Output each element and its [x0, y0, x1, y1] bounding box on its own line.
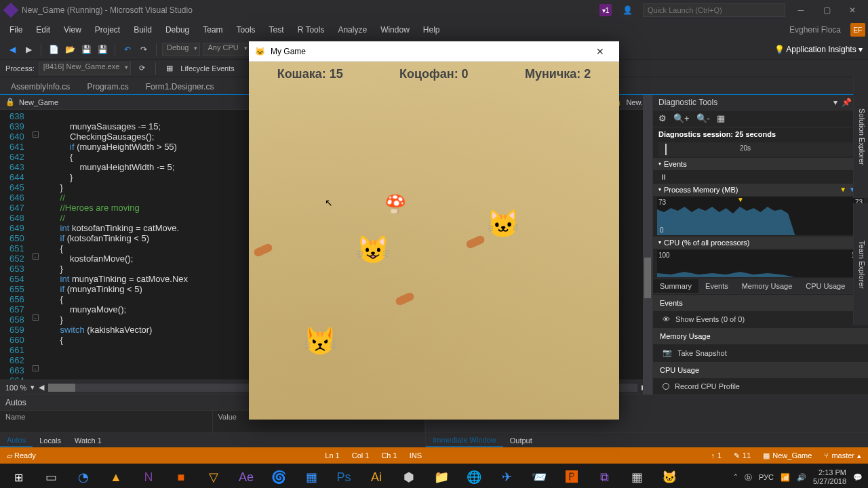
navigate-back-icon[interactable]: ◀ [5, 43, 19, 56]
menu-build[interactable]: Build [127, 22, 159, 37]
menu-file[interactable]: File [3, 22, 29, 37]
maximize-button[interactable]: ▢ [816, 2, 837, 18]
quick-launch-input[interactable] [643, 3, 785, 17]
start-button[interactable]: ⊞ [3, 464, 34, 488]
menu-rtools[interactable]: R Tools [291, 22, 332, 37]
taskbar-game[interactable]: 🐱 [654, 464, 685, 488]
record-cpu-link[interactable]: Record CPU Profile [675, 382, 740, 390]
menu-edit[interactable]: Edit [29, 22, 57, 37]
signed-in-user[interactable]: Evgheni Floca [784, 25, 846, 35]
menu-view[interactable]: View [57, 22, 88, 37]
tab-immediate[interactable]: Immediate Window [426, 434, 503, 447]
diag-timeline[interactable]: 20s [658, 142, 863, 157]
status-project[interactable]: ▦ New_Game [763, 451, 812, 460]
tray-clock[interactable]: 2:13 PM5/27/2018 [813, 468, 846, 486]
account-icon[interactable]: 👤 [617, 2, 637, 18]
taskbar-vs[interactable]: ⧉ [589, 464, 620, 488]
tab-watch1[interactable]: Watch 1 [68, 434, 108, 447]
taskbar-app[interactable]: ■ [165, 464, 197, 488]
save-icon[interactable]: 💾 [79, 43, 93, 56]
panel-pin-icon[interactable]: 📌 [842, 98, 852, 107]
taskbar-app[interactable]: Ai [361, 464, 392, 488]
memory-chart[interactable]: 7373 00 ▼ [657, 197, 864, 235]
col-name[interactable]: Name [0, 411, 213, 432]
taskbar-app[interactable]: 🌀 [263, 464, 294, 488]
game-canvas[interactable]: Кошака: 15 Коцофан: 0 Муничка: 2 ↖ 🍄 😺 🐱… [249, 62, 619, 420]
new-project-icon[interactable]: 📄 [47, 43, 60, 56]
platform-combo[interactable]: Any CPU [203, 43, 250, 56]
config-combo[interactable]: Debug [162, 43, 200, 56]
tray-notifications-icon[interactable]: 💬 [853, 473, 863, 482]
tab-autos[interactable]: Autos [0, 434, 33, 447]
refresh-icon[interactable]: ⟳ [135, 62, 149, 75]
taskbar-app[interactable]: Ae [231, 464, 262, 488]
zoom-level[interactable]: 100 % [5, 384, 26, 392]
save-all-icon[interactable]: 💾 [96, 43, 109, 56]
fold-toggle-icon[interactable]: - [33, 131, 39, 138]
lifecycle-label[interactable]: Lifecycle Events [180, 64, 234, 73]
zoom-in-icon[interactable]: 🔍+ [673, 113, 690, 123]
cat-black-sprite[interactable]: 😾 [303, 325, 337, 357]
tray-up-icon[interactable]: ˄ [734, 473, 738, 482]
undo-icon[interactable]: ↶ [121, 43, 134, 56]
taskbar-app[interactable]: 📨 [524, 464, 555, 488]
reset-view-icon[interactable]: ▦ [717, 113, 725, 123]
taskbar-app[interactable]: N [133, 464, 164, 488]
tab-form-designer[interactable]: Form1.Designer.cs [138, 79, 222, 94]
diag-memory-header[interactable]: Process Memory (MB) [664, 186, 738, 194]
sausage-sprite[interactable] [465, 235, 486, 249]
cortana-icon[interactable]: ◔ [68, 464, 99, 488]
status-branch[interactable]: ⑂ master ▴ [824, 451, 861, 460]
diag-tab-memory[interactable]: Memory Usage [735, 279, 800, 293]
panel-options-icon[interactable]: ▾ [833, 98, 837, 107]
process-combo[interactable]: [8416] New_Game.exe [39, 62, 132, 75]
redo-icon[interactable]: ↷ [137, 43, 151, 56]
team-explorer-rail[interactable]: Team Explorer [853, 203, 868, 325]
menu-analyze[interactable]: Analyze [331, 22, 374, 37]
zoom-out-icon[interactable]: 🔍- [696, 113, 710, 123]
cat-white-sprite[interactable]: 🐱 [486, 208, 520, 240]
sausage-sprite[interactable] [395, 291, 415, 306]
tab-output[interactable]: Output [503, 434, 539, 447]
show-events-link[interactable]: Show Events (0 of 0) [675, 315, 745, 323]
diag-events-header[interactable]: Events [664, 160, 687, 168]
menu-help[interactable]: Help [416, 22, 447, 37]
system-tray[interactable]: ˄ ⓑ РУС 📶 🔊 2:13 PM5/27/2018 💬 [734, 468, 865, 486]
tab-program[interactable]: Program.cs [79, 79, 136, 94]
game-window[interactable]: 🐱 My Game ✕ Кошака: 15 Коцофан: 0 Муничк… [249, 41, 619, 420]
close-button[interactable]: ✕ [842, 2, 863, 18]
solution-explorer-rail[interactable]: Solution Explorer [853, 76, 868, 198]
taskbar-app[interactable]: ▲ [100, 464, 132, 488]
diag-tab-summary[interactable]: Summary [653, 279, 698, 293]
taskbar-app[interactable]: ⬢ [393, 464, 425, 488]
game-titlebar[interactable]: 🐱 My Game ✕ [249, 41, 619, 62]
fold-toggle-icon[interactable]: - [33, 365, 39, 371]
menu-debug[interactable]: Debug [159, 22, 196, 37]
open-icon[interactable]: 📂 [63, 43, 77, 56]
tab-locals[interactable]: Locals [33, 434, 68, 447]
tray-wifi-icon[interactable]: 📶 [781, 473, 790, 482]
fold-toggle-icon[interactable]: - [33, 314, 39, 321]
navigate-fwd-icon[interactable]: ▶ [22, 43, 35, 56]
taskbar-app[interactable]: 🌐 [458, 464, 490, 488]
tray-volume-icon[interactable]: 🔊 [797, 473, 806, 482]
taskbar-app[interactable]: 🅿 [556, 464, 587, 488]
diag-tab-cpu[interactable]: CPU Usage [799, 279, 852, 293]
sausage-sprite[interactable] [253, 243, 273, 258]
menu-test[interactable]: Test [262, 22, 291, 37]
taskbar-app[interactable]: ▦ [621, 464, 652, 488]
take-snapshot-link[interactable]: Take Snapshot [677, 349, 727, 357]
cpu-chart[interactable]: 100100 [657, 250, 864, 277]
notification-flag-icon[interactable]: ▾1 [599, 4, 612, 16]
lifecycle-icon[interactable]: ▦ [163, 62, 176, 75]
editor-vscrollbar[interactable] [643, 110, 652, 380]
taskbar-app[interactable]: Ps [328, 464, 359, 488]
gear-icon[interactable]: ⚙ [658, 113, 667, 123]
minimize-button[interactable]: ─ [791, 2, 811, 18]
menu-project[interactable]: Project [88, 22, 127, 37]
menu-window[interactable]: Window [374, 22, 416, 37]
menu-tools[interactable]: Tools [230, 22, 262, 37]
status-publish[interactable]: ↑ 1 [711, 451, 722, 460]
fold-toggle-icon[interactable]: - [33, 253, 39, 260]
diag-tab-events[interactable]: Events [698, 279, 735, 293]
